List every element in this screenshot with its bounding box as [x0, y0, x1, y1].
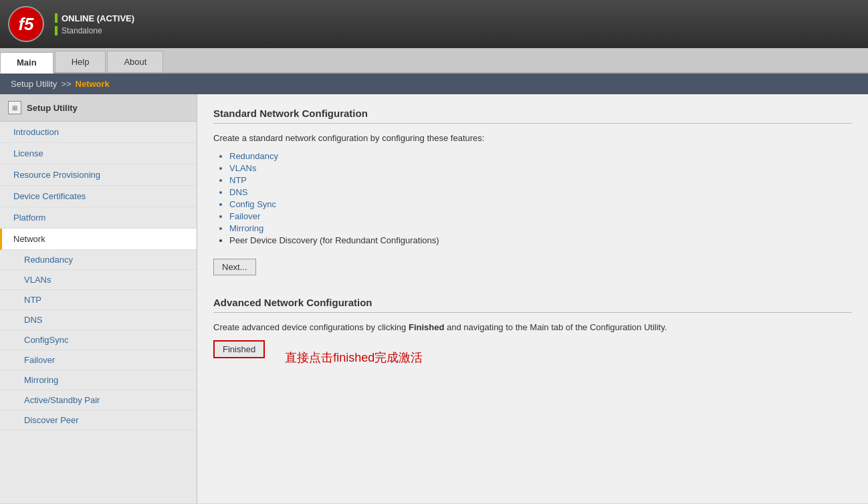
- sidebar-item-redundancy[interactable]: Redundancy: [0, 250, 197, 270]
- sidebar-item-resource-provisioning[interactable]: Resource Provisioning: [0, 164, 197, 186]
- sidebar-item-failover[interactable]: Failover: [0, 350, 197, 370]
- breadcrumb-separator: >>: [61, 79, 71, 89]
- sidebar-item-active-standby[interactable]: Active/Standby Pair: [0, 390, 197, 410]
- feature-redundancy-link[interactable]: Redundancy: [229, 151, 278, 161]
- tab-about[interactable]: About: [107, 51, 163, 72]
- feature-redundancy[interactable]: Redundancy: [229, 151, 852, 161]
- feature-ntp[interactable]: NTP: [229, 175, 852, 185]
- sidebar-item-device-certificates[interactable]: Device Certificates: [0, 186, 197, 207]
- sidebar-item-dns[interactable]: DNS: [0, 310, 197, 330]
- standard-title: Standard Network Configuration: [213, 108, 852, 119]
- sidebar-item-configsync[interactable]: ConfigSync: [0, 330, 197, 350]
- feature-mirroring[interactable]: Mirroring: [229, 223, 852, 233]
- sidebar-item-discover-peer[interactable]: Discover Peer: [0, 410, 197, 430]
- sidebar-item-ntp[interactable]: NTP: [0, 290, 197, 310]
- standard-section: Standard Network Configuration Create a …: [213, 108, 852, 291]
- status-online-text: ONLINE (ACTIVE): [62, 13, 134, 23]
- annotation-text: 直接点击finished完成激活: [285, 350, 423, 366]
- feature-configsync-link[interactable]: Config Sync: [229, 199, 276, 209]
- standard-desc: Create a standard network configuration …: [213, 133, 852, 143]
- main-content: Standard Network Configuration Create a …: [197, 94, 868, 503]
- finished-row: Finished 直接点击finished完成激活: [213, 340, 852, 374]
- advanced-section: Advanced Network Configuration Create ad…: [213, 297, 852, 374]
- advanced-desc-pre: Create advanced device configurations by…: [213, 322, 409, 332]
- sidebar-header: ⊞ Setup Utility: [0, 94, 197, 122]
- sidebar-item-network[interactable]: Network: [0, 229, 197, 250]
- breadcrumb-current: Network: [76, 79, 110, 89]
- app-header: f5 ONLINE (ACTIVE) Standalone: [0, 0, 868, 48]
- feature-dns-link[interactable]: DNS: [229, 187, 247, 197]
- finished-button[interactable]: Finished: [213, 340, 265, 358]
- tab-main[interactable]: Main: [0, 52, 53, 74]
- sidebar-item-vlans[interactable]: VLANs: [0, 270, 197, 290]
- feature-mirroring-link[interactable]: Mirroring: [229, 223, 263, 233]
- status-dot-standalone: [55, 26, 58, 35]
- feature-vlans-link[interactable]: VLANs: [229, 163, 256, 173]
- breadcrumb-bar: Setup Utility >> Network: [0, 74, 868, 94]
- advanced-desc-bold: Finished: [409, 322, 444, 332]
- breadcrumb-root: Setup Utility: [11, 79, 57, 89]
- feature-failover[interactable]: Failover: [229, 211, 852, 221]
- tab-help[interactable]: Help: [55, 51, 106, 72]
- status-dot-online: [55, 13, 58, 23]
- status-mode-text: Standalone: [62, 26, 102, 35]
- sidebar-item-license[interactable]: License: [0, 143, 197, 164]
- feature-configsync[interactable]: Config Sync: [229, 199, 852, 209]
- feature-failover-link[interactable]: Failover: [229, 211, 260, 221]
- sidebar-header-icon: ⊞: [8, 101, 21, 114]
- sidebar-title: Setup Utility: [27, 103, 78, 113]
- feature-list: Redundancy VLANs NTP DNS Config Sync Fai…: [213, 151, 852, 245]
- sidebar-item-introduction[interactable]: Introduction: [0, 122, 197, 143]
- advanced-desc-post: and navigating to the Main tab of the Co…: [444, 322, 667, 332]
- feature-ntp-link[interactable]: NTP: [229, 175, 247, 185]
- sidebar-item-mirroring[interactable]: Mirroring: [0, 370, 197, 390]
- f5-logo: f5: [8, 6, 44, 42]
- advanced-title: Advanced Network Configuration: [213, 297, 852, 308]
- feature-dns[interactable]: DNS: [229, 187, 852, 197]
- sidebar-item-platform[interactable]: Platform: [0, 207, 197, 229]
- feature-peer-discovery: Peer Device Discovery (for Redundant Con…: [229, 235, 852, 245]
- advanced-divider: [213, 312, 852, 313]
- status-block: ONLINE (ACTIVE) Standalone: [55, 13, 134, 35]
- feature-vlans[interactable]: VLANs: [229, 163, 852, 173]
- sidebar: ⊞ Setup Utility Introduction License Res…: [0, 94, 197, 503]
- main-layout: ⊞ Setup Utility Introduction License Res…: [0, 94, 868, 503]
- standard-divider: [213, 123, 852, 124]
- advanced-desc: Create advanced device configurations by…: [213, 322, 852, 332]
- next-button[interactable]: Next...: [213, 259, 256, 275]
- nav-tabs-bar: Main Help About: [0, 48, 868, 74]
